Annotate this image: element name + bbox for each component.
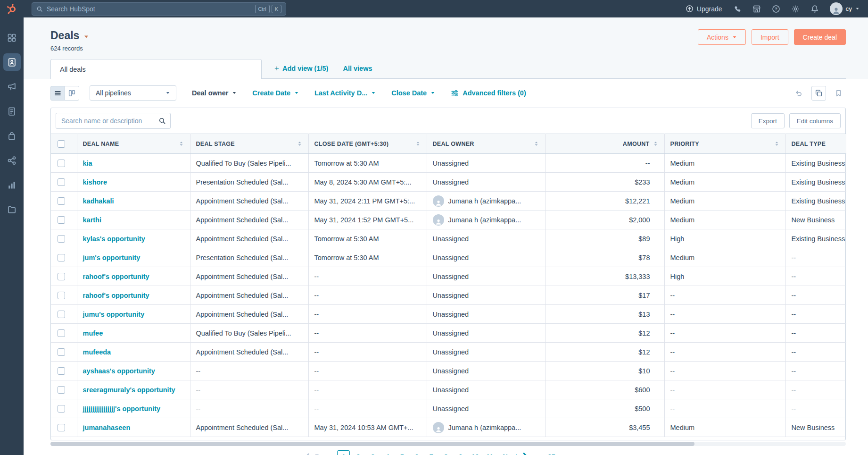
row-checkbox[interactable] — [58, 329, 65, 337]
column-header-deal-owner[interactable]: DEAL OWNER — [427, 134, 545, 154]
sidebar-item-commerce[interactable] — [3, 127, 21, 144]
page-9-button[interactable]: 9 — [454, 450, 467, 455]
deal-name-link[interactable]: kishore — [83, 178, 107, 186]
row-checkbox[interactable] — [58, 311, 65, 318]
account-menu[interactable]: cy — [830, 2, 860, 15]
actions-button[interactable]: Actions — [698, 29, 746, 45]
sort-icon[interactable] — [774, 141, 780, 147]
column-header-deal-name[interactable]: DEAL NAME — [77, 134, 190, 154]
sidebar-item-reporting[interactable] — [3, 176, 21, 194]
sort-icon[interactable] — [178, 141, 184, 147]
page-3-button[interactable]: 3 — [366, 450, 379, 455]
sort-icon[interactable] — [653, 141, 659, 147]
page-2-button[interactable]: 2 — [352, 450, 364, 455]
row-checkbox[interactable] — [58, 348, 65, 356]
deal-name-link[interactable]: jum's opportunity — [83, 254, 141, 261]
row-checkbox[interactable] — [58, 160, 65, 167]
list-view-button[interactable] — [50, 86, 65, 101]
deal-name-link[interactable]: mufeeda — [83, 348, 111, 356]
edit-columns-button[interactable]: Edit columns — [789, 113, 841, 128]
hscroll-thumb[interactable] — [50, 442, 694, 446]
hubspot-logo[interactable] — [0, 3, 24, 15]
row-checkbox[interactable] — [58, 197, 65, 205]
deal-name-link[interactable]: kia — [83, 160, 92, 167]
row-checkbox[interactable] — [58, 235, 65, 243]
column-header-priority[interactable]: PRIORITY — [664, 134, 785, 154]
sort-icon[interactable] — [297, 141, 303, 147]
page-4-button[interactable]: 4 — [381, 450, 394, 455]
filter-close-date[interactable]: Close Date — [391, 89, 435, 97]
calling-icon[interactable] — [733, 5, 742, 13]
deal-name-link[interactable]: jumanahaseen — [83, 424, 131, 431]
filter-create-date[interactable]: Create Date — [252, 89, 299, 97]
undo-button[interactable] — [792, 86, 806, 101]
tab-all-deals[interactable]: All deals — [50, 59, 262, 79]
deal-name-link[interactable]: jjjjjjjjjjjjjjjjj's opportunity — [83, 405, 161, 413]
column-header-amount[interactable]: AMOUNT — [545, 134, 664, 154]
page-11-button[interactable]: 11 — [483, 450, 496, 455]
table-search-input[interactable] — [56, 113, 171, 129]
prev-chevron-icon[interactable] — [303, 452, 312, 455]
sidebar-item-data-management[interactable] — [3, 201, 21, 218]
board-view-button[interactable] — [65, 86, 79, 101]
deal-name-link[interactable]: karthi — [83, 216, 102, 224]
row-checkbox[interactable] — [58, 216, 65, 224]
page-title-dropdown[interactable]: Deals — [50, 29, 89, 42]
sidebar-item-marketing[interactable] — [3, 78, 21, 95]
prev-button[interactable]: Prev — [315, 453, 330, 455]
advanced-filters-button[interactable]: Advanced filters (0) — [451, 89, 526, 97]
all-views-link[interactable]: All views — [343, 65, 372, 78]
row-checkbox[interactable] — [58, 178, 65, 186]
filter-last-activity-date[interactable]: Last Activity D... — [314, 89, 376, 97]
page-8-button[interactable]: 8 — [439, 450, 452, 455]
sidebar-item-automations[interactable] — [3, 152, 21, 169]
create-deal-button[interactable]: Create deal — [794, 29, 846, 45]
sidebar-item-content[interactable] — [3, 102, 21, 120]
row-checkbox[interactable] — [58, 273, 65, 280]
page-1-button[interactable]: 1 — [337, 450, 350, 455]
next-chevron-icon[interactable] — [520, 451, 531, 455]
sidebar-item-crm-contacts[interactable] — [3, 53, 21, 71]
sidebar-item-workspaces[interactable] — [3, 29, 21, 46]
deal-name-link[interactable]: rahoof's opportunity — [83, 292, 149, 299]
row-checkbox[interactable] — [58, 254, 65, 261]
page-7-button[interactable]: 7 — [425, 450, 438, 455]
clone-view-button[interactable] — [811, 86, 826, 101]
row-checkbox[interactable] — [58, 405, 65, 413]
row-checkbox[interactable] — [58, 424, 65, 431]
next-button[interactable]: Next — [503, 453, 517, 455]
deal-stage: -- — [196, 386, 201, 394]
deal-name-link[interactable]: sreeragmuraly's opportunity — [83, 386, 175, 394]
marketplace-icon[interactable] — [752, 5, 761, 13]
filter-deal-owner[interactable]: Deal owner — [192, 89, 237, 97]
row-checkbox[interactable] — [58, 367, 65, 375]
notifications-bell-icon[interactable] — [810, 5, 819, 13]
deal-name-link[interactable]: mufee — [83, 329, 103, 337]
page-10-button[interactable]: 10 — [469, 450, 481, 455]
page-5-button[interactable]: 5 — [396, 450, 408, 455]
deal-name-link[interactable]: kylas's opportunity — [83, 235, 145, 243]
save-view-button[interactable] — [831, 86, 846, 101]
select-all-checkbox[interactable] — [58, 140, 65, 148]
row-checkbox[interactable] — [58, 386, 65, 394]
sort-icon[interactable] — [415, 141, 421, 147]
help-icon[interactable] — [772, 5, 780, 13]
row-checkbox[interactable] — [58, 292, 65, 299]
deal-name-link[interactable]: kadhakali — [83, 197, 114, 205]
upgrade-button[interactable]: Upgrade — [686, 5, 722, 13]
per-page-select[interactable]: 25 per page — [548, 453, 594, 455]
deal-name-link[interactable]: ayshaas's opportunity — [83, 367, 155, 375]
sort-icon[interactable] — [533, 141, 539, 147]
add-view-button[interactable]: + Add view (1/5) — [274, 65, 328, 78]
deal-name-link[interactable]: jumu's opportunity — [83, 311, 145, 318]
global-search[interactable]: Search HubSpot Ctrl K — [32, 2, 286, 16]
export-button[interactable]: Export — [751, 113, 785, 128]
deal-name-link[interactable]: rahoof's opportunity — [83, 273, 149, 280]
pipeline-select[interactable]: All pipelines — [90, 85, 176, 101]
column-header-close-date[interactable]: CLOSE DATE (GMT+5:30) — [308, 134, 427, 154]
settings-gear-icon[interactable] — [791, 5, 800, 13]
import-button[interactable]: Import — [752, 29, 788, 45]
page-6-button[interactable]: 6 — [410, 450, 423, 455]
column-header-deal-type[interactable]: DEAL TYPE — [785, 134, 846, 154]
column-header-deal-stage[interactable]: DEAL STAGE — [190, 134, 308, 154]
